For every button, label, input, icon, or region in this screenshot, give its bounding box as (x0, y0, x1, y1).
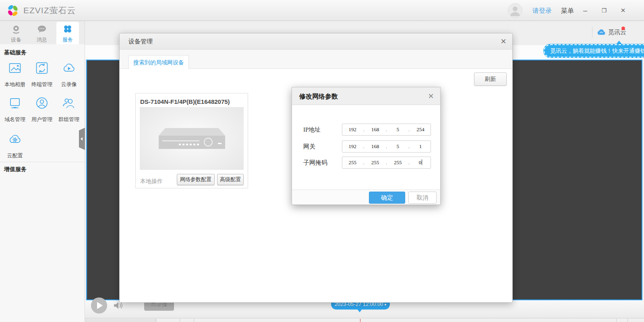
notification-dot (621, 27, 625, 30)
sidebar-item-cloud-config[interactable]: 云配置 (2, 132, 27, 159)
tab-service-active[interactable]: 服务 (56, 22, 79, 44)
dialog-header[interactable]: 设备管理 ✕ (120, 33, 512, 50)
cancel-button[interactable]: 取消 (408, 192, 437, 204)
webcam-icon (11, 24, 21, 34)
tab-message[interactable]: 消息 (31, 22, 53, 44)
device-image (140, 107, 244, 170)
avatar[interactable] (508, 3, 522, 18)
local-operation-label: 本地操作 (140, 178, 163, 185)
sidebar-divider (0, 162, 85, 162)
text-cursor (422, 159, 422, 165)
login-link[interactable]: 请登录 (532, 7, 552, 15)
sidebar-item-label: 用户管理 (29, 116, 54, 123)
sidebar-item-label: 云录像 (56, 81, 81, 88)
timeline-playhead[interactable] (360, 319, 360, 322)
sidebar-item-group-mgmt[interactable]: 群组管理 (56, 95, 81, 123)
sidebar-item-user-mgmt[interactable]: 用户管理 (29, 95, 54, 123)
gateway-row: 网关 192.168.5.1 (292, 140, 440, 153)
sidebar-item-label: 云配置 (2, 152, 27, 159)
ip-address-input[interactable]: 192.168.5.254 (342, 124, 431, 136)
close-modal-icon[interactable]: ✕ (427, 92, 435, 101)
subnet-mask-label: 子网掩码 (303, 159, 340, 167)
device-name: DS-7104N-F1/4P(B)(E16482075) (140, 98, 230, 105)
ok-button[interactable]: 确定 (369, 192, 405, 204)
modal-title: 修改网络参数 (299, 93, 338, 101)
ezviz-flower-icon (6, 4, 19, 17)
ip-address-row: IP地址 192.168.5.254 (292, 124, 440, 136)
monitor-icon (7, 95, 23, 111)
timestamp-pointer (357, 309, 362, 312)
menu-link[interactable]: 菜单 (561, 7, 574, 15)
sidebar-item-label: 本地相册 (2, 81, 27, 88)
caret-down-icon: ▾ (384, 302, 386, 307)
timeline-ruler[interactable] (85, 318, 644, 322)
close-dialog-icon[interactable]: ✕ (499, 37, 508, 46)
chevron-left-icon (81, 137, 83, 140)
group-icon (61, 95, 77, 111)
user-icon (34, 95, 50, 111)
subnet-mask-input[interactable]: 255.255.255.0 (342, 157, 431, 169)
network-config-button[interactable]: 网络参数配置 (177, 174, 215, 185)
nvr-illustration (159, 128, 225, 149)
cloud-play-icon (61, 60, 77, 76)
chat-bubble-icon (37, 24, 47, 34)
subnet-octet-focused[interactable]: 0 (410, 159, 431, 166)
app-window: EZVIZ萤石云 请登录 菜单 – ❐ ✕ 设备 (0, 0, 644, 322)
tab-message-label: 消息 (31, 36, 53, 43)
sidebar-item-local-album[interactable]: 本地相册 (2, 60, 27, 88)
sidebar-collapse-handle[interactable] (79, 127, 85, 151)
timeline-tick (627, 319, 628, 322)
photo-album-icon (7, 60, 23, 76)
terminal-sync-icon (34, 60, 50, 76)
sidebar-item-label: 域名管理 (2, 116, 27, 123)
timeline-segment (85, 319, 156, 322)
tab-lan-devices[interactable]: 搜索到的局域网设备 (128, 55, 189, 69)
dialog-title: 设备管理 (128, 38, 153, 45)
modal-footer: 确定 取消 (292, 190, 440, 204)
cloud-gear-icon (7, 132, 23, 147)
refresh-button[interactable]: 刷新 (474, 72, 507, 86)
close-window-icon[interactable]: ✕ (618, 6, 628, 15)
tab-device[interactable]: 设备 (5, 22, 27, 44)
sidebar-item-domain-mgmt[interactable]: 域名管理 (2, 95, 27, 123)
dialog-tabbar: 搜索到的局域网设备 (120, 50, 512, 69)
tab-device-label: 设备 (5, 36, 27, 43)
play-icon (97, 302, 103, 309)
sidebar-item-label: 群组管理 (56, 116, 81, 123)
tab-service-label: 服务 (56, 36, 79, 43)
timeline-tick (180, 319, 180, 322)
maximize-icon[interactable]: ❐ (599, 6, 609, 15)
device-card: DS-7104N-F1/4P(B)(E16482075) (135, 93, 248, 188)
network-params-modal: 修改网络参数 ✕ IP地址 192.168.5.254 网关 192.168.5… (292, 87, 441, 205)
gateway-input[interactable]: 192.168.5.1 (342, 140, 431, 153)
sidebar: 设备 消息 服务 基础服务 (0, 21, 85, 322)
ip-address-label: IP地址 (303, 126, 340, 134)
section-basic-services: 基础服务 (4, 49, 27, 56)
modal-header[interactable]: 修改网络参数 ✕ (292, 87, 440, 105)
user-silhouette-icon (508, 4, 522, 17)
brand-text: EZVIZ萤石云 (23, 5, 76, 16)
gateway-label: 网关 (303, 143, 340, 151)
titlebar: EZVIZ萤石云 请登录 菜单 – ❐ ✕ (0, 0, 644, 21)
cloud-icon (597, 29, 606, 36)
section-value-services: 增值服务 (4, 166, 27, 173)
subnet-mask-row: 子网掩码 255.255.255.0 (292, 157, 440, 169)
timeline-tick (194, 319, 194, 322)
app-logo: EZVIZ萤石云 (6, 4, 76, 17)
sidebar-item-cloud-record[interactable]: 云录像 (56, 60, 81, 88)
promo-bubble[interactable]: 觅讯云，躺着就能赚钱！快来开通赚钱！ (544, 44, 644, 58)
sidebar-item-terminal-mgmt[interactable]: 终端管理 (29, 60, 54, 88)
advanced-config-button[interactable]: 高级配置 (217, 174, 244, 185)
sidebar-item-label: 终端管理 (29, 81, 54, 88)
sidebar-tabrow: 设备 消息 服务 (0, 21, 85, 44)
timeline-tick (616, 319, 617, 322)
toolbar-separator (592, 27, 592, 38)
service-clover-icon (63, 24, 72, 34)
play-button[interactable] (91, 297, 107, 314)
minimize-icon[interactable]: – (580, 6, 590, 15)
